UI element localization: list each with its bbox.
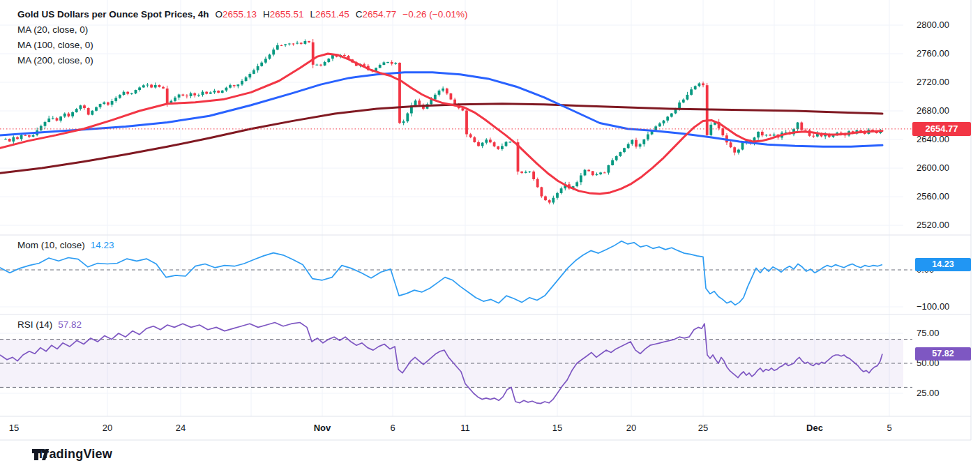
close-label: C bbox=[356, 9, 363, 20]
price-axis-label: 2800.00 bbox=[917, 20, 971, 30]
close-value: 2654.77 bbox=[363, 9, 397, 20]
rsi-value: 57.82 bbox=[58, 319, 82, 330]
time-axis-label: 24 bbox=[165, 423, 196, 433]
tradingview-logo-icon bbox=[31, 447, 50, 462]
symbol-title: Gold US Dollars per Ounce Spot Prices, 4… bbox=[17, 9, 209, 20]
time-axis-label: 6 bbox=[377, 423, 408, 433]
momentum-badge: 14.23 bbox=[915, 258, 971, 271]
time-axis-label: 5 bbox=[874, 423, 905, 433]
momentum-axis-label: −100.00 bbox=[917, 301, 971, 312]
rsi-badge: 57.82 bbox=[915, 347, 971, 361]
rsi-axis-label: 75.00 bbox=[917, 328, 971, 338]
time-axis-label: 25 bbox=[688, 423, 718, 433]
momentum-legend-row[interactable]: Mom (10, close)14.23 bbox=[17, 240, 114, 250]
rsi-legend-row[interactable]: RSI (14)57.82 bbox=[17, 319, 82, 330]
bottom-bar: TradingView bbox=[0, 441, 980, 470]
time-axis-label: Dec bbox=[799, 423, 830, 433]
time-axis-label: 15 bbox=[0, 423, 29, 433]
time-axis-label: 20 bbox=[92, 423, 123, 433]
tradingview-logo[interactable]: TradingView bbox=[31, 447, 112, 462]
time-axis-label: 20 bbox=[616, 423, 647, 433]
time-axis-label: Nov bbox=[307, 423, 338, 433]
symbol-title-row[interactable]: Gold US Dollars per Ounce Spot Prices, 4… bbox=[17, 7, 467, 22]
chart-legend[interactable]: Gold US Dollars per Ounce Spot Prices, 4… bbox=[17, 7, 467, 68]
price-axis-label: 2760.00 bbox=[917, 48, 971, 59]
last-price-badge: 2654.77 bbox=[912, 122, 971, 136]
high-label: H bbox=[263, 9, 270, 20]
open-label: O bbox=[216, 9, 223, 20]
price-axis-label: 2520.00 bbox=[917, 220, 971, 230]
price-axis-label: 2560.00 bbox=[917, 191, 971, 202]
rsi-axis-label: 25.00 bbox=[917, 388, 971, 398]
ma20-legend-row[interactable]: MA (20, close, 0) bbox=[17, 22, 467, 38]
momentum-label: Mom (10, close) bbox=[17, 240, 85, 250]
chart-canvas[interactable] bbox=[0, 0, 980, 470]
low-value: 2651.45 bbox=[315, 9, 349, 20]
momentum-value: 14.23 bbox=[91, 240, 114, 250]
price-axis-label: 2600.00 bbox=[917, 162, 971, 173]
time-axis-label: 15 bbox=[542, 423, 573, 433]
open-value: 2655.13 bbox=[223, 9, 257, 20]
ma100-legend-row[interactable]: MA (100, close, 0) bbox=[17, 38, 467, 53]
ma200-legend-row[interactable]: MA (200, close, 0) bbox=[17, 53, 467, 68]
price-axis-label: 2680.00 bbox=[917, 105, 971, 116]
rsi-label: RSI (14) bbox=[17, 319, 52, 330]
price-axis-label: 2720.00 bbox=[917, 77, 971, 87]
tradingview-chart-window: Gold US Dollars per Ounce Spot Prices, 4… bbox=[0, 0, 980, 470]
high-value: 2655.51 bbox=[270, 9, 304, 20]
low-label: L bbox=[310, 9, 315, 20]
time-axis-label: 11 bbox=[450, 423, 481, 433]
change-value: −0.26 (−0.01%) bbox=[402, 9, 467, 20]
